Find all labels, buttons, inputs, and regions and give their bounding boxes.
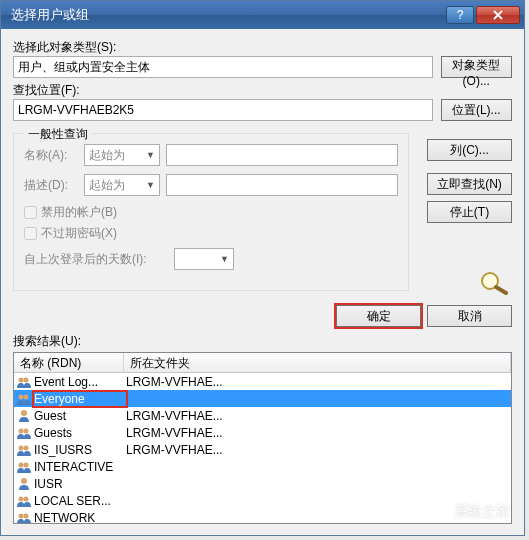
- column-name[interactable]: 名称 (RDN): [14, 353, 124, 372]
- group-icon: [16, 426, 32, 440]
- svg-point-6: [19, 428, 24, 433]
- disabled-accounts-checkbox[interactable]: 禁用的帐户(B): [24, 204, 398, 221]
- group-icon: [16, 392, 32, 406]
- titlebar: 选择用户或组 ?: [1, 1, 524, 29]
- row-folder: LRGM-VVFHAE...: [126, 375, 511, 389]
- results-listview[interactable]: 名称 (RDN) 所在文件夹 Event Log...LRGM-VVFHAE..…: [13, 352, 512, 524]
- row-name: Guest: [34, 409, 126, 423]
- row-folder: LRGM-VVFHAE...: [126, 443, 511, 457]
- help-button[interactable]: ?: [446, 6, 474, 24]
- client-area: 选择此对象类型(S): 对象类型(O)... 查找位置(F): 位置(L)...…: [1, 29, 524, 535]
- row-name: Event Log...: [34, 375, 126, 389]
- svg-point-13: [19, 496, 24, 501]
- common-queries-legend: 一般性查询: [24, 126, 92, 143]
- table-row[interactable]: Event Log...LRGM-VVFHAE...: [14, 373, 511, 390]
- table-row[interactable]: GuestLRGM-VVFHAE...: [14, 407, 511, 424]
- svg-point-2: [24, 377, 29, 382]
- svg-point-1: [19, 377, 24, 382]
- location-label: 查找位置(F):: [13, 82, 512, 99]
- cancel-button[interactable]: 取消: [427, 305, 512, 327]
- svg-point-7: [24, 428, 29, 433]
- search-icon: [476, 269, 512, 295]
- svg-point-16: [24, 513, 29, 518]
- chevron-down-icon: ▼: [146, 150, 155, 160]
- svg-point-15: [19, 513, 24, 518]
- desc-input[interactable]: [166, 174, 398, 196]
- svg-point-10: [19, 462, 24, 467]
- object-types-button[interactable]: 对象类型(O)...: [441, 56, 513, 78]
- table-row[interactable]: IIS_IUSRSLRGM-VVFHAE...: [14, 441, 511, 458]
- svg-point-8: [19, 445, 24, 450]
- stop-button[interactable]: 停止(T): [427, 201, 512, 223]
- table-row[interactable]: LOCAL SER...: [14, 492, 511, 509]
- row-name: IUSR: [34, 477, 126, 491]
- svg-point-4: [24, 394, 29, 399]
- user-icon: [16, 409, 32, 423]
- svg-point-5: [21, 410, 27, 416]
- table-row[interactable]: INTERACTIVE: [14, 458, 511, 475]
- name-match-select[interactable]: 起始为▼: [84, 144, 160, 166]
- group-icon: [16, 443, 32, 457]
- object-type-field[interactable]: [13, 56, 433, 78]
- desc-match-select[interactable]: 起始为▼: [84, 174, 160, 196]
- window-title: 选择用户或组: [5, 6, 444, 24]
- days-since-select[interactable]: ▼: [174, 248, 234, 270]
- dialog-buttons: 确定 取消: [13, 305, 512, 327]
- find-now-button[interactable]: 立即查找(N): [427, 173, 512, 195]
- desc-label: 描述(D):: [24, 177, 84, 194]
- chevron-down-icon: ▼: [220, 254, 229, 264]
- svg-point-11: [24, 462, 29, 467]
- listview-header[interactable]: 名称 (RDN) 所在文件夹: [14, 353, 511, 373]
- table-row[interactable]: GuestsLRGM-VVFHAE...: [14, 424, 511, 441]
- table-row[interactable]: NETWORK: [14, 509, 511, 524]
- group-icon: [16, 494, 32, 508]
- object-type-label: 选择此对象类型(S):: [13, 39, 512, 56]
- column-folder[interactable]: 所在文件夹: [124, 353, 511, 372]
- svg-point-12: [21, 478, 27, 484]
- row-name: LOCAL SER...: [34, 494, 126, 508]
- group-icon: [16, 460, 32, 474]
- svg-point-14: [24, 496, 29, 501]
- name-label: 名称(A):: [24, 147, 84, 164]
- row-folder: LRGM-VVFHAE...: [126, 426, 511, 440]
- user-icon: [16, 477, 32, 491]
- results-label: 搜索结果(U):: [13, 333, 512, 350]
- row-name: NETWORK: [34, 511, 126, 525]
- common-queries-group: 一般性查询 名称(A): 起始为▼ 描述(D): 起始为▼ 禁用的帐户(B) 不…: [13, 133, 409, 291]
- non-expiring-checkbox[interactable]: 不过期密码(X): [24, 225, 398, 242]
- locations-button[interactable]: 位置(L)...: [441, 99, 513, 121]
- row-name: INTERACTIVE: [34, 460, 126, 474]
- ok-button[interactable]: 确定: [336, 305, 421, 327]
- chevron-down-icon: ▼: [146, 180, 155, 190]
- days-since-label: 自上次登录后的天数(I):: [24, 251, 174, 268]
- row-name: Everyone: [34, 392, 126, 406]
- dialog-window: 选择用户或组 ? 选择此对象类型(S): 对象类型(O)... 查找位置(F):…: [0, 0, 525, 536]
- group-icon: [16, 511, 32, 525]
- group-icon: [16, 375, 32, 389]
- svg-point-3: [19, 394, 24, 399]
- svg-point-9: [24, 445, 29, 450]
- table-row[interactable]: IUSR: [14, 475, 511, 492]
- query-side-buttons: 列(C)... 立即查找(N) 停止(T): [419, 139, 512, 295]
- name-input[interactable]: [166, 144, 398, 166]
- row-folder: LRGM-VVFHAE...: [126, 409, 511, 423]
- close-button[interactable]: [476, 6, 520, 24]
- row-name: Guests: [34, 426, 126, 440]
- location-field[interactable]: [13, 99, 433, 121]
- row-name: IIS_IUSRS: [34, 443, 126, 457]
- table-row[interactable]: Everyone: [14, 390, 511, 407]
- columns-button[interactable]: 列(C)...: [427, 139, 512, 161]
